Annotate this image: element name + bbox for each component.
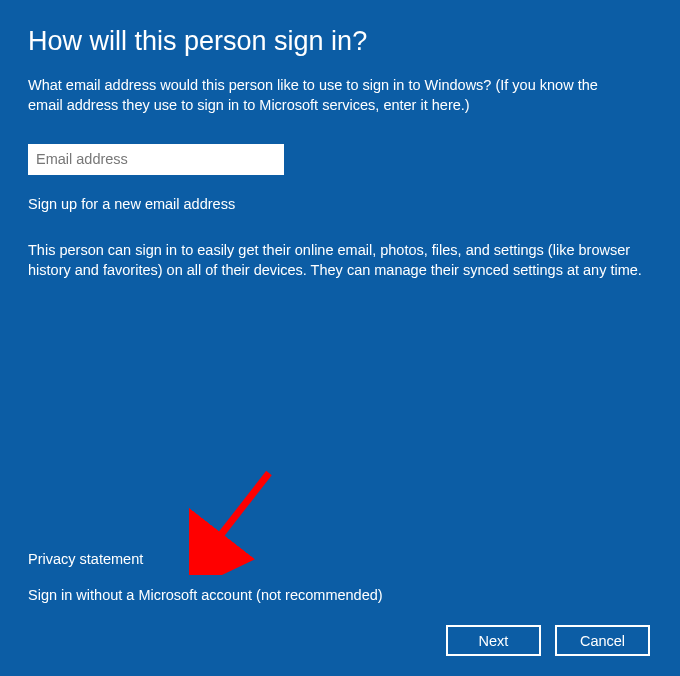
benefits-text: This person can sign in to easily get th… — [28, 240, 643, 281]
cancel-button[interactable]: Cancel — [555, 625, 650, 656]
dialog-container: How will this person sign in? What email… — [0, 0, 680, 676]
spacer — [28, 280, 652, 550]
no-ms-account-link[interactable]: Sign in without a Microsoft account (not… — [28, 587, 652, 603]
bottom-links: Privacy statement Sign in without a Micr… — [28, 550, 652, 603]
button-row: Next Cancel — [28, 625, 652, 656]
instruction-text: What email address would this person lik… — [28, 75, 633, 116]
page-title: How will this person sign in? — [28, 26, 652, 57]
privacy-link[interactable]: Privacy statement — [28, 551, 143, 567]
email-input[interactable] — [28, 144, 284, 175]
signup-link[interactable]: Sign up for a new email address — [28, 196, 235, 212]
next-button[interactable]: Next — [446, 625, 541, 656]
